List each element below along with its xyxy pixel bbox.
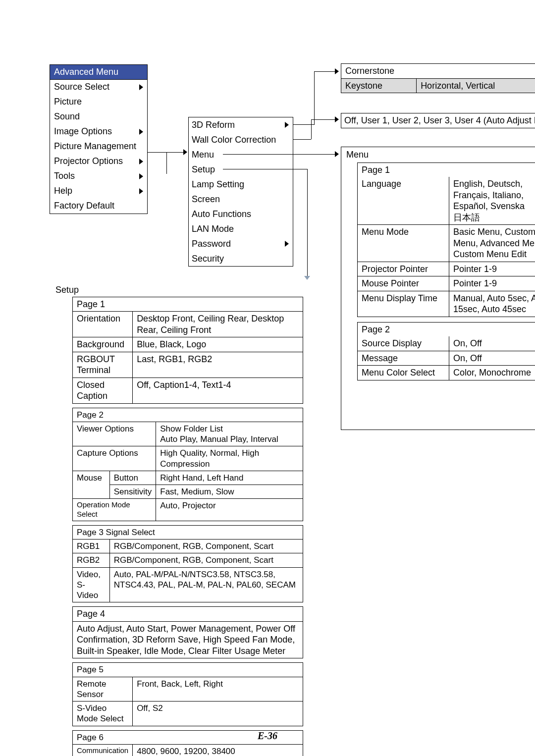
row-value: Fast, Medium, Slow	[156, 485, 303, 499]
row-value: Off, S2	[133, 702, 303, 726]
menu-label: Security	[192, 253, 224, 265]
row-label: RGB2	[73, 553, 109, 567]
connector-line	[311, 119, 312, 139]
arrow-icon	[335, 116, 339, 122]
menu-label: Wall Color Correction	[192, 134, 276, 146]
connector-line	[311, 119, 337, 120]
page-header: Page 1	[358, 163, 535, 177]
row-label: Mouse	[73, 471, 109, 499]
setup-page2: Page 2 Viewer Options Show Folder List A…	[72, 408, 303, 521]
option-cornerstone[interactable]: Cornerstone	[341, 64, 535, 78]
row-label: Language	[358, 177, 449, 225]
page-header: Page 5	[73, 663, 303, 677]
row-label: Source Display	[358, 336, 449, 351]
menu-page1: Page 1 Language English, Deutsch, França…	[357, 162, 535, 317]
row-label: Video, S-Video	[73, 567, 109, 602]
wall-color-correction-options: Off, User 1, User 2, User 3, User 4 (Aut…	[341, 113, 535, 128]
menu-page2: Page 2 Source Display On, Off Message On…	[357, 322, 535, 380]
setup-page3: Page 3 Signal Select RGB1 RGB/Component,…	[72, 525, 303, 603]
setup-title: Setup	[53, 284, 303, 297]
page-header: Page 2	[358, 323, 535, 337]
menu-label: Auto Functions	[192, 209, 251, 220]
row-value: 4800, 9600, 19200, 38400	[133, 744, 303, 756]
sub-item-screen[interactable]: Screen	[189, 192, 293, 207]
row-label: S-Video Mode Select	[73, 702, 133, 726]
menu-label: Factory Default	[54, 200, 114, 212]
menu-detail-title: Menu	[341, 147, 535, 162]
chevron-right-icon	[285, 122, 289, 128]
setup-detail: Setup Page 1 Orientation Desktop Front, …	[53, 284, 303, 756]
3d-reform-options: Cornerstone Keystone Horizontal, Vertica…	[341, 63, 535, 93]
menu-label: Sound	[54, 111, 80, 122]
menu-label: Screen	[192, 194, 220, 205]
connector-line	[223, 154, 337, 155]
sub-item-3d-reform[interactable]: 3D Reform	[189, 117, 293, 132]
connector-line	[314, 71, 338, 72]
keystone-values: Horizontal, Vertical	[417, 78, 535, 93]
chevron-right-icon	[139, 173, 143, 179]
chevron-right-icon	[139, 159, 143, 164]
page-number: E-36	[0, 730, 535, 742]
menu-label: Help	[54, 185, 72, 197]
page-header: Page 2	[73, 408, 303, 422]
row-label: Capture Options	[73, 446, 156, 471]
row-label: Background	[73, 337, 133, 352]
row-value: Off, Caption1-4, Text1-4	[133, 378, 303, 403]
sub-item-auto-functions[interactable]: Auto Functions	[189, 207, 293, 221]
menu-label: Password	[192, 238, 231, 250]
row-value: RGB/Component, RGB, Component, Scart	[109, 553, 303, 567]
menu-item-sound[interactable]: Sound	[50, 109, 147, 124]
menu-label: Tools	[54, 170, 75, 182]
row-label: Viewer Options	[73, 422, 156, 446]
arrow-down-icon	[304, 276, 310, 280]
connector-line	[293, 139, 311, 140]
row-label: Menu Display Time	[358, 291, 449, 317]
row-value: On, Off	[449, 336, 535, 351]
connector-line	[307, 169, 308, 276]
menu-item-picture-management[interactable]: Picture Management	[50, 139, 147, 154]
row-value: Basic Menu, Custom Menu, Advanced Menu C…	[449, 225, 535, 262]
row-label: Message	[358, 351, 449, 366]
option-keystone[interactable]: Keystone	[341, 78, 417, 93]
projector-options-submenu: 3D Reform Wall Color Correction Menu Set…	[188, 117, 293, 267]
sub-item-lan-mode[interactable]: LAN Mode	[189, 221, 293, 236]
row-value: Front, Back, Left, Right	[133, 677, 303, 702]
menu-item-tools[interactable]: Tools	[50, 169, 147, 184]
row-value: RGB/Component, RGB, Component, Scart	[109, 540, 303, 553]
row-label: Orientation	[73, 312, 133, 337]
menu-item-picture[interactable]: Picture	[50, 95, 147, 109]
arrow-icon	[335, 68, 339, 74]
menu-item-factory-default[interactable]: Factory Default	[50, 199, 147, 214]
row-label: Mouse Pointer	[358, 276, 449, 291]
row-sublabel: Button	[109, 471, 156, 485]
chevron-right-icon	[285, 241, 289, 247]
page-header: Page 1	[73, 297, 303, 312]
sub-item-setup[interactable]: Setup	[189, 162, 293, 177]
row-label: Projector Pointer	[358, 262, 449, 276]
menu-item-image-options[interactable]: Image Options	[50, 124, 147, 139]
row-value: Show Folder List Auto Play, Manual Play,…	[156, 422, 303, 446]
advanced-menu: Advanced Menu Source Select Picture Soun…	[50, 64, 148, 214]
sub-item-lamp-setting[interactable]: Lamp Setting	[189, 177, 293, 192]
row-value: Auto Adjust, Auto Start, Power Managemen…	[73, 621, 303, 658]
sub-item-menu[interactable]: Menu	[189, 147, 293, 162]
menu-item-help[interactable]: Help	[50, 184, 147, 199]
menu-label: Setup	[192, 164, 215, 175]
menu-item-projector-options[interactable]: Projector Options	[50, 154, 147, 169]
sub-item-security[interactable]: Security	[189, 251, 293, 266]
sub-item-wall-color[interactable]: Wall Color Correction	[189, 132, 293, 147]
wcc-values: Off, User 1, User 2, User 3, User 4 (Aut…	[344, 115, 535, 125]
row-value: Right Hand, Left Hand	[156, 471, 303, 485]
row-value: Pointer 1-9	[449, 262, 535, 276]
row-value: Last, RGB1, RGB2	[133, 352, 303, 378]
menu-label: Picture	[54, 96, 82, 108]
row-value: Blue, Black, Logo	[133, 337, 303, 352]
menu-label: Lamp Setting	[192, 179, 244, 190]
menu-item-source-select[interactable]: Source Select	[50, 80, 147, 95]
row-label: Menu Mode	[358, 225, 449, 262]
menu-label: LAN Mode	[192, 223, 234, 235]
row-label: Closed Caption	[73, 378, 133, 403]
sub-item-password[interactable]: Password	[189, 236, 293, 251]
page-header: Page 4	[73, 607, 303, 621]
row-label: RGBOUT Terminal	[73, 352, 133, 378]
